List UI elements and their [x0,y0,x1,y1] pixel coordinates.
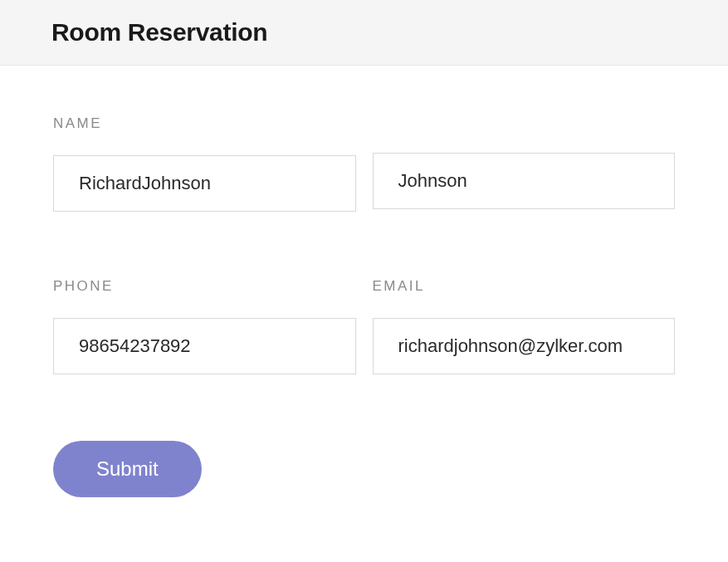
name-row: NAME [53,115,675,212]
last-name-input[interactable] [373,153,676,209]
phone-label: PHONE [53,278,356,295]
first-name-group: NAME [53,115,356,212]
name-label: NAME [53,115,356,132]
phone-group: PHONE [53,278,356,374]
first-name-input[interactable] [53,155,356,212]
reservation-form: NAME PHONE EMAIL Submit [0,66,728,530]
email-group: EMAIL [373,278,676,374]
contact-row: PHONE EMAIL [53,278,675,374]
phone-input[interactable] [53,318,356,374]
submit-button[interactable]: Submit [53,441,202,497]
page-title: Room Reservation [51,18,677,46]
label-spacer [373,115,676,130]
page-header: Room Reservation [0,0,728,66]
last-name-group [373,115,676,212]
email-input[interactable] [373,318,676,374]
email-label: EMAIL [373,278,676,295]
